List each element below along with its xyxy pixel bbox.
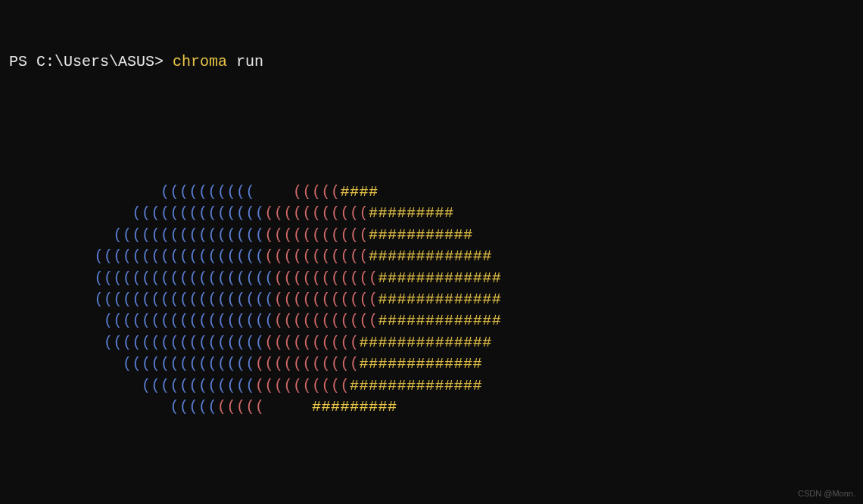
command-arg: run [227, 53, 263, 70]
ascii-line-0: (((((((((( (((((#### [9, 182, 854, 203]
ascii-line-4: ((((((((((((((((((((((((((((((##########… [9, 268, 854, 289]
ascii-line-1: (((((((((((((((((((((((((######### [9, 203, 854, 224]
ascii-line-3: (((((((((((((((((((((((((((((###########… [9, 246, 854, 267]
prompt-prefix: PS C:\Users\ASUS> [9, 53, 173, 70]
ascii-line-10: (((((((((( ######### [9, 397, 854, 418]
terminal-output[interactable]: PS C:\Users\ASUS> chroma run (((((((((( … [9, 9, 854, 504]
prompt-line: PS C:\Users\ASUS> chroma run [9, 51, 854, 73]
watermark: CSDN @Monn. [798, 488, 855, 499]
ascii-line-8: (((((((((((((((((((((((((############# [9, 353, 854, 375]
ascii-line-9: ((((((((((((((((((((((############## [9, 375, 854, 397]
ascii-line-5: ((((((((((((((((((((((((((((((##########… [9, 289, 854, 310]
ascii-line-2: (((((((((((((((((((((((((((########### [9, 225, 854, 246]
ascii-logo: (((((((((( (((((#### (((((((((((((((((((… [9, 182, 854, 418]
ascii-line-7: (((((((((((((((((((((((((((#############… [9, 332, 854, 353]
command-name: chroma [173, 53, 227, 70]
ascii-line-6: (((((((((((((((((((((((((((((###########… [9, 310, 854, 331]
